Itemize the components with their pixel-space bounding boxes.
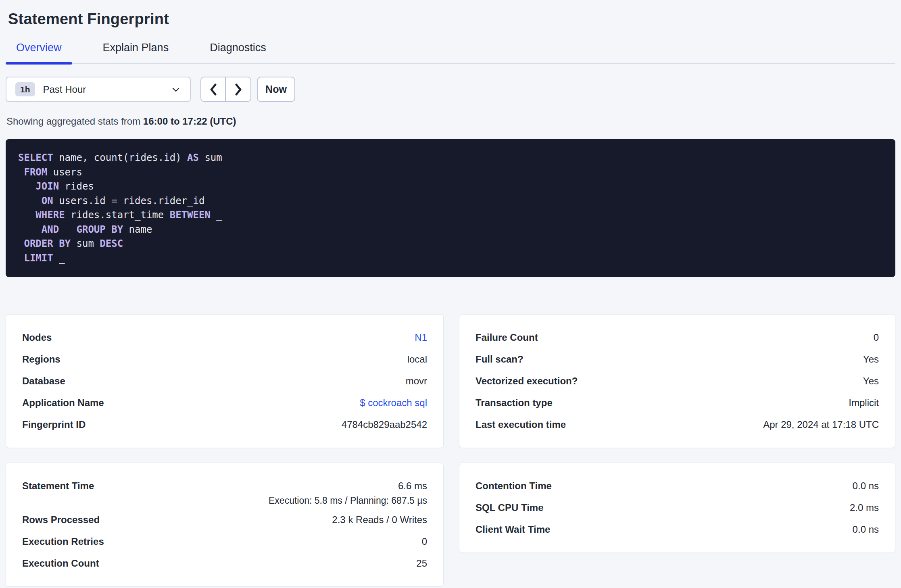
card-row-value-wrap: 0: [874, 327, 879, 348]
card-row-subvalue: Execution: 5.8 ms / Planning: 687.5 µs: [269, 494, 427, 509]
card-row-value-link[interactable]: $ cockroach sql: [360, 397, 427, 408]
card-row-value-wrap: N1: [415, 327, 427, 348]
card-row-value-wrap: Yes: [863, 348, 879, 370]
card-row-value-wrap: $ cockroach sql: [360, 392, 427, 414]
card-row-label: Execution Count: [22, 553, 99, 574]
card-row-value-wrap: 25: [416, 553, 427, 574]
card-row: Fingerprint ID4784cb829aab2542: [22, 414, 427, 436]
card-row: Failure Count0: [476, 327, 879, 348]
tab-diagnostics[interactable]: Diagnostics: [199, 42, 277, 63]
card-row-value: 2.0 ms: [850, 502, 879, 513]
aggregated-stats-prefix: Showing aggregated stats from: [6, 116, 143, 127]
card-row-label: Statement Time: [22, 475, 94, 497]
card-row: Contention Time0.0 ns: [476, 475, 879, 497]
card-row: SQL CPU Time2.0 ms: [476, 497, 879, 519]
time-range-dropdown[interactable]: 1h Past Hour: [6, 77, 191, 102]
card-row-value: movr: [406, 375, 427, 386]
card-row-label: Database: [22, 370, 65, 392]
card-row: Execution Count25: [22, 553, 427, 574]
card-row-value-wrap: 0: [422, 531, 427, 553]
tab-diagnostics-label: Diagnostics: [210, 42, 266, 54]
statement-fingerprint-page: Statement Fingerprint Overview Explain P…: [0, 10, 901, 587]
now-button[interactable]: Now: [257, 77, 295, 102]
card-row-label: Execution Retries: [22, 531, 104, 553]
card-row-value: 0.0 ns: [853, 480, 879, 491]
card-row-label: Failure Count: [476, 327, 538, 348]
statement-details-card: NodesN1RegionslocalDatabasemovrApplicati…: [6, 314, 444, 448]
card-row-value: 0: [874, 332, 879, 343]
card-row-value-wrap: 0.0 ns: [853, 475, 879, 497]
card-row-value: 25: [416, 558, 427, 569]
card-row: Full scan?Yes: [476, 348, 879, 370]
timing-cards-row: Statement Time6.6 msExecution: 5.8 ms / …: [6, 463, 895, 587]
card-row: Transaction typeImplicit: [476, 392, 879, 414]
tab-explain-plans[interactable]: Explain Plans: [92, 42, 179, 63]
card-row-value-link[interactable]: N1: [415, 332, 427, 343]
chevron-right-icon: [233, 83, 244, 96]
card-row-value: 0.0 ns: [853, 524, 879, 535]
card-row-label: Transaction type: [476, 392, 553, 414]
chevron-down-icon: [171, 84, 181, 95]
card-row-value-wrap: local: [407, 348, 427, 370]
card-row-value: local: [407, 354, 427, 365]
card-row: Application Name$ cockroach sql: [22, 392, 427, 414]
time-range-label: Past Hour: [43, 84, 86, 95]
tab-overview[interactable]: Overview: [6, 42, 72, 63]
card-row: Regionslocal: [22, 348, 427, 370]
time-step-group: [200, 77, 251, 102]
wait-timing-card: Contention Time0.0 nsSQL CPU Time2.0 msC…: [459, 463, 895, 553]
card-row-value: Yes: [863, 375, 879, 386]
card-row-value: Yes: [863, 354, 879, 365]
card-row-label: Rows Processed: [22, 509, 100, 531]
chevron-left-icon: [208, 83, 219, 96]
card-row-label: Contention Time: [476, 475, 552, 497]
card-row-value-wrap: 6.6 msExecution: 5.8 ms / Planning: 687.…: [269, 475, 427, 509]
card-row-value-wrap: Implicit: [849, 392, 879, 414]
card-row-value-wrap: movr: [406, 370, 427, 392]
statement-timing-card: Statement Time6.6 msExecution: 5.8 ms / …: [6, 463, 444, 587]
card-row-label: Last execution time: [476, 414, 566, 436]
card-row: Client Wait Time0.0 ns: [476, 519, 879, 540]
page-title: Statement Fingerprint: [8, 10, 895, 28]
card-row-label: Fingerprint ID: [22, 414, 86, 436]
card-row-label: Client Wait Time: [476, 519, 550, 540]
card-row-label: SQL CPU Time: [476, 497, 544, 519]
time-range-badge: 1h: [15, 82, 35, 96]
card-row-value-wrap: 4784cb829aab2542: [342, 414, 427, 436]
card-row-label: Regions: [22, 348, 60, 370]
previous-time-button[interactable]: [201, 77, 226, 101]
aggregated-stats-range: 16:00 to 17:22 (UTC): [143, 116, 236, 127]
card-row: NodesN1: [22, 327, 427, 348]
card-row-value-wrap: Apr 29, 2024 at 17:18 UTC: [763, 414, 879, 436]
card-row: Statement Time6.6 msExecution: 5.8 ms / …: [22, 475, 427, 509]
card-row-value: Implicit: [849, 397, 879, 408]
active-tab-underline: [6, 62, 72, 65]
sql-statement-box: SELECT name, count(rides.id) AS sum FROM…: [6, 139, 895, 277]
card-row: Execution Retries0: [22, 531, 427, 553]
tab-bar: Overview Explain Plans Diagnostics: [6, 42, 895, 64]
card-row-label: Nodes: [22, 327, 52, 348]
aggregated-stats-line: Showing aggregated stats from 16:00 to 1…: [6, 116, 895, 127]
card-row-value: 4784cb829aab2542: [342, 419, 427, 430]
tab-overview-label: Overview: [16, 42, 62, 54]
card-row-value-wrap: Yes: [863, 370, 879, 392]
next-time-button[interactable]: [226, 77, 250, 101]
tab-explain-plans-label: Explain Plans: [103, 42, 169, 54]
card-row: Last execution timeApr 29, 2024 at 17:18…: [476, 414, 879, 436]
card-row-value: 6.6 ms: [398, 480, 427, 491]
card-row-label: Full scan?: [476, 348, 523, 370]
sql-statement-text: SELECT name, count(rides.id) AS sum FROM…: [18, 151, 883, 265]
card-row-value-wrap: 0.0 ns: [853, 519, 879, 540]
card-row-value: 0: [422, 536, 427, 547]
card-row: Vectorized execution?Yes: [476, 370, 879, 392]
time-toolbar: 1h Past Hour Now: [6, 77, 895, 102]
card-row-label: Vectorized execution?: [476, 370, 578, 392]
card-row: Rows Processed2.3 k Reads / 0 Writes: [22, 509, 427, 531]
card-row-value: Apr 29, 2024 at 17:18 UTC: [763, 419, 879, 430]
card-row-value-wrap: 2.0 ms: [850, 497, 879, 519]
card-row-value: 2.3 k Reads / 0 Writes: [332, 514, 427, 525]
card-row: Databasemovr: [22, 370, 427, 392]
overview-cards-row: NodesN1RegionslocalDatabasemovrApplicati…: [6, 314, 895, 448]
card-row-label: Application Name: [22, 392, 104, 414]
card-row-value-wrap: 2.3 k Reads / 0 Writes: [332, 509, 427, 531]
